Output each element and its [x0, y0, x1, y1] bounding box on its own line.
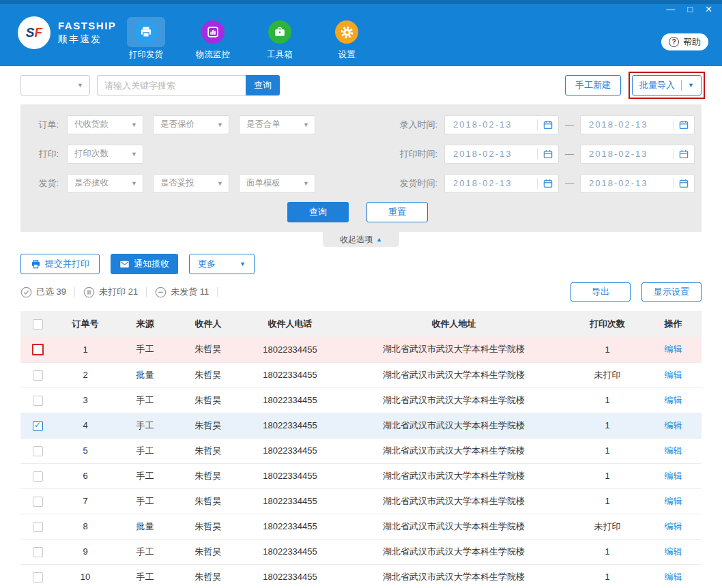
table-row: 5 手工 朱哲昊 18022334455 湖北省武汉市武汉大学本科生学院楼 1 …: [20, 438, 702, 463]
search-query-button[interactable]: 查询: [246, 75, 280, 95]
row-checkbox[interactable]: [33, 471, 43, 482]
combined-order-select[interactable]: 是否合单 ▼: [239, 115, 315, 134]
nav-item-print-ship[interactable]: 打印发货: [127, 17, 165, 61]
cell-address: 湖北省武汉市武汉大学本科生学院楼: [338, 438, 570, 463]
display-settings-button[interactable]: 显示设置: [641, 282, 702, 302]
envelope-icon: [119, 259, 130, 269]
table-row: 10 手工 朱哲昊 18022334455 湖北省武汉市武汉大学本科生学院楼 1…: [20, 564, 702, 588]
cell-recipient: 朱哲昊: [174, 387, 242, 413]
chevron-down-icon: ▼: [131, 180, 137, 187]
delivered-select[interactable]: 是否妥投 ▼: [153, 174, 229, 193]
cell-source: 手工: [116, 413, 174, 438]
col-action: 操作: [645, 311, 702, 337]
cell-address: 湖北省武汉市武汉大学本科生学院楼: [338, 362, 570, 387]
calendar-icon: [538, 149, 558, 159]
edit-link[interactable]: 编辑: [665, 572, 682, 582]
cell-print-count: 1: [570, 488, 645, 514]
insured-select[interactable]: 是否保价 ▼: [153, 115, 229, 134]
search-input[interactable]: [97, 75, 246, 95]
cell-address: 湖北省武汉市武汉大学本科生学院楼: [338, 564, 570, 588]
cell-recipient: 朱哲昊: [174, 463, 242, 488]
cell-recipient: 朱哲昊: [174, 413, 242, 438]
summary-row: 已选 39 未打印 21 未发货 11 导出 显示设置: [0, 282, 722, 311]
date-range-dash: —: [565, 178, 574, 188]
print-date-to-input[interactable]: 2018-02-13: [580, 145, 695, 164]
export-button[interactable]: 导出: [571, 282, 631, 302]
search-category-select[interactable]: ▼: [20, 75, 90, 95]
edit-link[interactable]: 编辑: [665, 496, 682, 506]
ship-date-to-input[interactable]: 2018-02-13: [580, 174, 695, 193]
window-close-button[interactable]: ✕: [705, 5, 712, 14]
cell-phone: 18022334455: [242, 362, 338, 387]
batch-import-button[interactable]: 批量导入 ▼: [632, 75, 702, 95]
nav-item-settings[interactable]: 设置: [328, 17, 366, 61]
row-checkbox[interactable]: [33, 522, 43, 532]
cell-order-no: 7: [55, 488, 116, 514]
row-checkbox[interactable]: [33, 396, 43, 406]
window-maximize-button[interactable]: □: [687, 5, 693, 14]
edit-link[interactable]: 编辑: [665, 521, 682, 531]
select-all-checkbox[interactable]: [33, 319, 43, 329]
table-row: 9 手工 朱哲昊 18022334455 湖北省武汉市武汉大学本科生学院楼 1 …: [20, 539, 702, 564]
row-checkbox[interactable]: [33, 370, 43, 381]
table-row: 8 批量 朱哲昊 18022334455 湖北省武汉市武汉大学本科生学院楼 未打…: [20, 514, 702, 539]
edit-link[interactable]: 编辑: [665, 395, 682, 405]
order-table: 订单号 来源 收件人 收件人电话 收件人地址 打印次数 操作 1 手工 朱哲昊 …: [20, 311, 702, 588]
chevron-down-icon: ▼: [240, 261, 246, 267]
edit-link[interactable]: 编辑: [665, 370, 682, 380]
chevron-down-icon: ▼: [303, 121, 309, 128]
more-dropdown[interactable]: 更多 ▼: [189, 254, 255, 274]
cell-address: 湖北省武汉市武汉大学本科生学院楼: [338, 488, 570, 514]
edit-link[interactable]: 编辑: [665, 344, 682, 354]
pickup-select[interactable]: 是否揽收 ▼: [67, 174, 143, 193]
cell-recipient: 朱哲昊: [174, 337, 242, 362]
cell-address: 湖北省武汉市武汉大学本科生学院楼: [338, 463, 570, 488]
row-checkbox[interactable]: [33, 446, 43, 456]
row-checkbox[interactable]: [32, 344, 44, 355]
chevron-down-icon: ▼: [217, 121, 223, 128]
notify-pickup-button[interactable]: 通知揽收: [111, 254, 178, 274]
print-time-label: 打印时间:: [399, 148, 437, 160]
help-button[interactable]: ? 帮助: [661, 33, 708, 50]
col-print-count: 打印次数: [570, 311, 645, 337]
filter-row-ship: 发货: 是否揽收 ▼ 是否妥投 ▼ 面单模板 ▼ 发货时间: 2018-02-1…: [20, 168, 695, 198]
edit-link[interactable]: 编辑: [665, 420, 682, 430]
col-address: 收件人地址: [338, 311, 570, 337]
edit-link[interactable]: 编辑: [665, 546, 682, 557]
cell-address: 湖北省武汉市武汉大学本科生学院楼: [338, 387, 570, 413]
filter-query-button[interactable]: 查询: [287, 202, 349, 222]
cod-select[interactable]: 代收货款 ▼: [67, 115, 143, 134]
collapse-options-tab[interactable]: 收起选项 ▲: [323, 232, 399, 247]
edit-link[interactable]: 编辑: [665, 445, 682, 456]
toolbox-icon: [273, 25, 287, 39]
cell-recipient: 朱哲昊: [174, 514, 242, 539]
row-checkbox[interactable]: [33, 547, 43, 557]
edit-link[interactable]: 编辑: [665, 471, 682, 481]
filter-reset-button[interactable]: 重置: [366, 202, 428, 222]
row-checkbox[interactable]: [33, 497, 43, 507]
nav-item-toolbox[interactable]: 工具箱: [261, 17, 299, 61]
chevron-down-icon: ▼: [131, 121, 137, 128]
calendar-icon: [538, 179, 558, 188]
brand-name-en: FASTSHIP: [58, 20, 116, 31]
nav-item-logistics-monitor[interactable]: 物流监控: [194, 17, 232, 61]
entry-date-from-input[interactable]: 2018-02-13: [444, 115, 559, 134]
submit-print-button[interactable]: 提交并打印: [20, 254, 100, 274]
cell-phone: 18022334455: [242, 438, 338, 463]
pause-circle-icon: [83, 286, 95, 298]
entry-date-to-input[interactable]: 2018-02-13: [580, 115, 695, 134]
ship-date-from-input[interactable]: 2018-02-13: [444, 174, 559, 193]
filter-label-ship: 发货:: [29, 177, 59, 190]
col-phone: 收件人电话: [242, 311, 338, 337]
print-count-select[interactable]: 打印次数 ▼: [67, 145, 143, 164]
manual-create-button[interactable]: 手工新建: [565, 75, 621, 95]
print-date-from-input[interactable]: 2018-02-13: [444, 145, 559, 164]
row-checkbox[interactable]: [33, 572, 43, 583]
waybill-template-select[interactable]: 面单模板 ▼: [239, 174, 315, 193]
cell-order-no: 1: [55, 337, 116, 362]
row-checkbox[interactable]: [33, 421, 43, 431]
col-source: 来源: [116, 311, 174, 337]
cell-order-no: 3: [55, 387, 116, 413]
question-icon: ?: [669, 37, 679, 47]
window-minimize-button[interactable]: —: [666, 5, 675, 14]
